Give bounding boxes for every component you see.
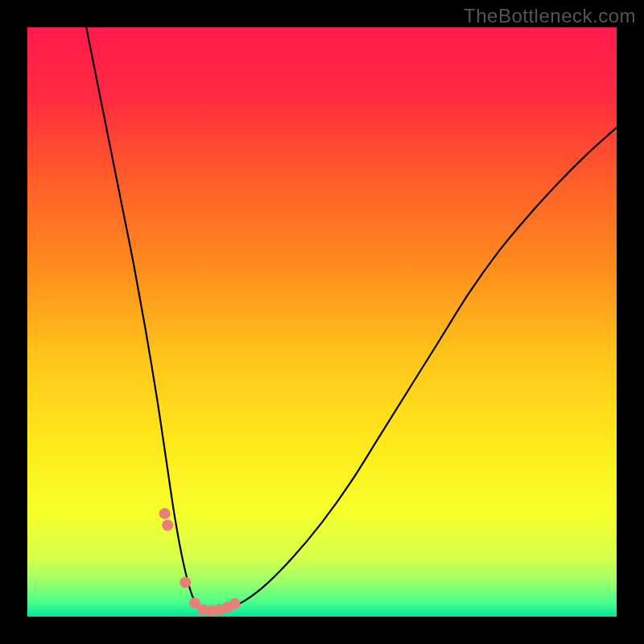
watermark-text: TheBottleneck.com	[464, 5, 636, 27]
highlight-marker	[162, 520, 173, 531]
plot-background	[27, 27, 617, 617]
highlight-marker	[229, 598, 241, 609]
chart-frame: TheBottleneck.com	[0, 0, 644, 644]
highlight-marker	[180, 577, 191, 588]
highlight-marker	[159, 508, 171, 519]
chart-canvas	[0, 0, 644, 644]
